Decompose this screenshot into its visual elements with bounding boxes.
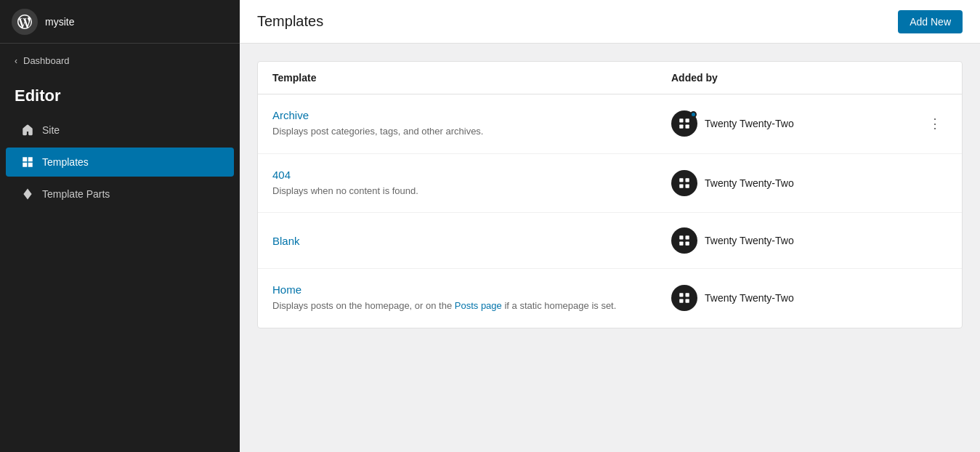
svg-rect-2 [679, 125, 683, 129]
template-info-blank: Blank [272, 235, 671, 247]
theme-name-home: Twenty Twenty-Two [705, 292, 947, 304]
main-content: Templates Add New Template Added by Arch… [240, 0, 980, 452]
template-blank-link[interactable]: Blank [272, 235, 671, 247]
col-added-by: Added by [671, 72, 947, 84]
content-area: Template Added by Archive Displays post … [240, 44, 980, 452]
added-by-blank: Twenty Twenty-Two [671, 227, 947, 254]
col-template: Template [272, 72, 671, 84]
added-by-404: Twenty Twenty-Two [671, 170, 947, 196]
theme-icon-blank [671, 227, 697, 254]
theme-name-blank: Twenty Twenty-Two [705, 235, 947, 246]
template-archive-link[interactable]: Archive [272, 109, 671, 121]
chevron-left-icon: ‹ [15, 56, 17, 66]
sidebar: mysite ‹ Dashboard Editor Site Templates [0, 0, 240, 452]
sidebar-item-templates-label: Templates [42, 156, 89, 168]
svg-rect-5 [686, 178, 689, 182]
editor-title: Editor [0, 75, 240, 114]
sidebar-item-site[interactable]: Site [6, 116, 234, 145]
theme-icon-404 [671, 170, 697, 196]
table-row: Archive Displays post categories, tags, … [258, 94, 962, 154]
top-bar: Templates Add New [240, 0, 980, 44]
dashboard-label: Dashboard [23, 55, 70, 66]
wp-header: mysite [0, 0, 240, 44]
svg-rect-11 [686, 242, 689, 246]
home-icon [20, 123, 35, 137]
svg-rect-10 [679, 242, 683, 246]
svg-rect-9 [686, 235, 689, 239]
table-header: Template Added by [258, 62, 962, 94]
wp-logo[interactable] [12, 9, 38, 35]
svg-rect-3 [686, 125, 689, 129]
svg-rect-1 [686, 119, 689, 123]
template-info-home: Home Displays posts on the homepage, or … [272, 283, 671, 313]
page-title: Templates [257, 13, 323, 30]
diamond-icon [20, 187, 35, 201]
site-name: mysite [45, 16, 74, 28]
template-home-link[interactable]: Home [272, 283, 671, 296]
sidebar-item-templates[interactable]: Templates [6, 148, 234, 177]
sidebar-item-template-parts[interactable]: Template Parts [6, 179, 234, 209]
svg-rect-7 [686, 184, 689, 187]
template-404-desc: Displays when no content is found. [272, 184, 636, 198]
wordpress-icon [17, 15, 32, 29]
sidebar-item-template-parts-label: Template Parts [42, 188, 110, 200]
theme-logo-icon-home [678, 291, 691, 304]
svg-rect-13 [686, 294, 689, 297]
added-by-archive: Twenty Twenty-Two ⋮ [671, 110, 947, 137]
theme-logo-icon [678, 117, 691, 130]
template-archive-desc: Displays post categories, tags, and othe… [272, 124, 636, 139]
theme-logo-icon-blank [678, 234, 691, 247]
theme-icon-archive [671, 110, 697, 137]
templates-table: Template Added by Archive Displays post … [257, 61, 963, 328]
svg-rect-15 [686, 299, 689, 303]
svg-rect-12 [679, 294, 683, 297]
svg-rect-0 [679, 119, 683, 123]
theme-icon-home [671, 285, 697, 311]
table-row: 404 Displays when no content is found. T… [258, 154, 962, 214]
more-actions-archive[interactable]: ⋮ [923, 113, 947, 134]
theme-name-archive: Twenty Twenty-Two [705, 118, 915, 129]
svg-rect-6 [679, 184, 683, 187]
template-home-desc: Displays posts on the homepage, or on th… [272, 299, 636, 313]
added-by-home: Twenty Twenty-Two [671, 285, 947, 311]
template-info: Archive Displays post categories, tags, … [272, 109, 671, 139]
templates-icon [20, 155, 35, 169]
theme-logo-icon-404 [678, 177, 691, 190]
template-404-link[interactable]: 404 [272, 169, 671, 181]
svg-rect-14 [679, 299, 683, 303]
posts-page-link[interactable]: Posts page [455, 300, 502, 311]
svg-rect-8 [679, 235, 683, 239]
template-info-404: 404 Displays when no content is found. [272, 169, 671, 198]
dashboard-link[interactable]: ‹ Dashboard [0, 47, 240, 75]
table-row: Blank Twenty Twenty-Two [258, 213, 962, 269]
svg-rect-4 [679, 178, 683, 182]
sidebar-item-site-label: Site [42, 124, 60, 136]
add-new-button[interactable]: Add New [898, 10, 963, 33]
blue-dot [690, 111, 697, 118]
table-row: Home Displays posts on the homepage, or … [258, 269, 962, 328]
theme-name-404: Twenty Twenty-Two [705, 177, 947, 189]
